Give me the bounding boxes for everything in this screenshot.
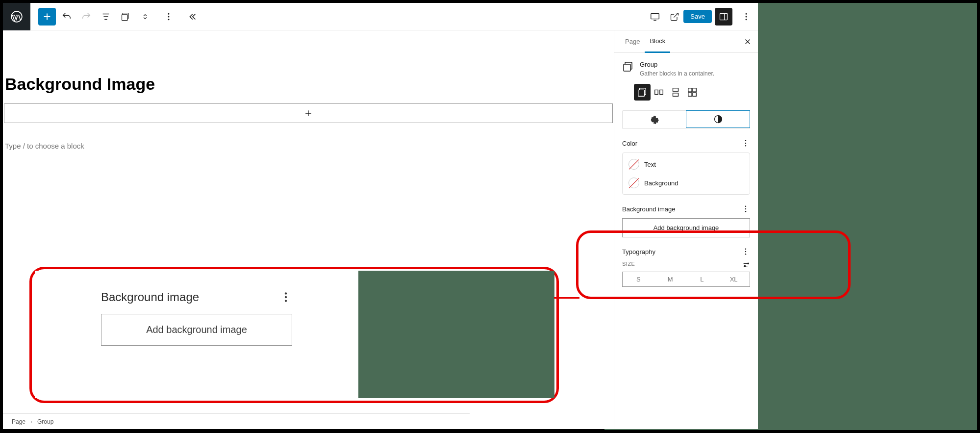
svg-point-5 xyxy=(168,19,170,20)
size-label: SIZE xyxy=(622,261,635,269)
more-icon[interactable] xyxy=(741,139,750,148)
close-icon xyxy=(743,37,752,46)
view-button[interactable] xyxy=(646,8,664,25)
svg-rect-22 xyxy=(688,88,692,92)
collapse-button[interactable] xyxy=(183,8,201,25)
color-text[interactable]: Text xyxy=(628,155,744,174)
svg-rect-21 xyxy=(673,93,678,96)
zoom-button[interactable] xyxy=(136,8,154,25)
block-description: Gather blocks in a container. xyxy=(640,70,714,77)
redo-button[interactable] xyxy=(77,8,95,25)
app-window: Save Background Image Type / to choose a… xyxy=(3,3,758,429)
svg-rect-19 xyxy=(660,90,663,94)
svg-rect-15 xyxy=(624,64,630,71)
block-hint[interactable]: Type / to choose a block xyxy=(3,142,614,150)
breadcrumb: Page › Group xyxy=(3,413,470,429)
more-icon[interactable] xyxy=(741,247,750,256)
list-view-button[interactable] xyxy=(117,8,134,25)
svg-rect-20 xyxy=(673,88,678,91)
block-header: Group Gather blocks in a container. xyxy=(622,61,750,77)
editor-canvas[interactable]: Background Image Type / to choose a bloc… xyxy=(3,30,614,429)
variation-grid[interactable] xyxy=(684,84,701,101)
svg-point-29 xyxy=(745,145,746,146)
size-s[interactable]: S xyxy=(623,272,654,286)
group-variations xyxy=(634,84,750,101)
color-background[interactable]: Background xyxy=(628,174,744,192)
size-m[interactable]: M xyxy=(654,272,686,286)
tab-block[interactable]: Block xyxy=(645,30,670,53)
swatch-icon xyxy=(628,178,639,188)
swatch-icon xyxy=(628,159,639,170)
gear-icon xyxy=(650,115,660,125)
svg-rect-7 xyxy=(720,13,728,20)
variation-row[interactable] xyxy=(651,84,667,101)
variation-stack[interactable] xyxy=(667,84,684,101)
add-background-image-button[interactable]: Add background image xyxy=(622,218,750,237)
svg-point-30 xyxy=(745,206,746,207)
svg-rect-17 xyxy=(638,90,645,96)
svg-point-34 xyxy=(745,251,746,252)
wordpress-logo[interactable] xyxy=(3,3,30,30)
settings-sidebar: Page Block Group Gather blocks in a cont… xyxy=(614,30,758,429)
styles-icon xyxy=(713,114,723,124)
svg-point-9 xyxy=(746,16,747,17)
svg-point-10 xyxy=(746,19,747,20)
svg-point-13 xyxy=(285,300,287,302)
group-block-appender[interactable] xyxy=(4,103,613,123)
color-panel-title: Color xyxy=(622,139,750,148)
document-outline-button[interactable] xyxy=(97,8,115,25)
settings-icon[interactable] xyxy=(742,261,750,269)
svg-rect-2 xyxy=(122,14,128,20)
callout-connector xyxy=(554,297,579,299)
svg-point-33 xyxy=(745,249,746,250)
settings-tabs xyxy=(622,110,750,129)
svg-point-4 xyxy=(168,16,170,17)
sidebar-tabs: Page Block xyxy=(614,30,758,53)
close-sidebar-button[interactable] xyxy=(743,37,752,46)
bg-image-panel-title: Background image xyxy=(622,204,750,213)
add-block-button[interactable] xyxy=(38,8,56,25)
svg-rect-18 xyxy=(655,90,658,94)
svg-rect-23 xyxy=(693,88,696,92)
more-icon[interactable] xyxy=(279,291,292,304)
breadcrumb-current[interactable]: Group xyxy=(37,418,53,425)
tab-page[interactable]: Page xyxy=(620,30,645,53)
settings-tab[interactable] xyxy=(623,111,686,128)
variation-group[interactable] xyxy=(634,84,651,101)
external-link-button[interactable] xyxy=(666,8,683,25)
tools-menu-button[interactable] xyxy=(160,8,177,25)
svg-point-11 xyxy=(285,292,287,294)
breadcrumb-root[interactable]: Page xyxy=(12,418,25,425)
group-icon xyxy=(622,61,634,73)
typography-panel-title: Typography xyxy=(622,247,750,256)
more-icon[interactable] xyxy=(741,204,750,213)
callout-green-fill xyxy=(358,271,554,398)
page-title[interactable]: Background Image xyxy=(3,75,614,94)
size-xl[interactable]: XL xyxy=(718,272,750,286)
svg-point-8 xyxy=(746,13,747,14)
svg-point-12 xyxy=(285,296,287,298)
svg-point-35 xyxy=(745,254,746,255)
svg-rect-6 xyxy=(651,13,659,19)
chevron-right-icon: › xyxy=(30,418,32,425)
svg-point-31 xyxy=(745,208,746,209)
svg-point-27 xyxy=(745,140,746,141)
styles-tab[interactable] xyxy=(686,110,750,128)
undo-button[interactable] xyxy=(58,8,75,25)
top-toolbar: Save xyxy=(3,3,758,30)
svg-point-36 xyxy=(748,263,749,264)
save-button[interactable]: Save xyxy=(683,10,712,23)
svg-rect-25 xyxy=(693,93,696,96)
svg-rect-24 xyxy=(688,93,692,96)
sidebar-toggle-button[interactable] xyxy=(715,8,732,25)
plus-icon xyxy=(303,108,313,118)
size-l[interactable]: L xyxy=(686,272,718,286)
block-name: Group xyxy=(640,61,657,68)
size-selector: S M L XL xyxy=(622,272,750,287)
svg-point-28 xyxy=(745,143,746,144)
options-button[interactable] xyxy=(737,8,755,25)
callout-zoom-panel: Background image Add background image xyxy=(35,271,358,398)
svg-point-3 xyxy=(168,13,170,14)
callout-add-bg-button[interactable]: Add background image xyxy=(101,314,292,346)
main-area: Background Image Type / to choose a bloc… xyxy=(3,30,758,429)
